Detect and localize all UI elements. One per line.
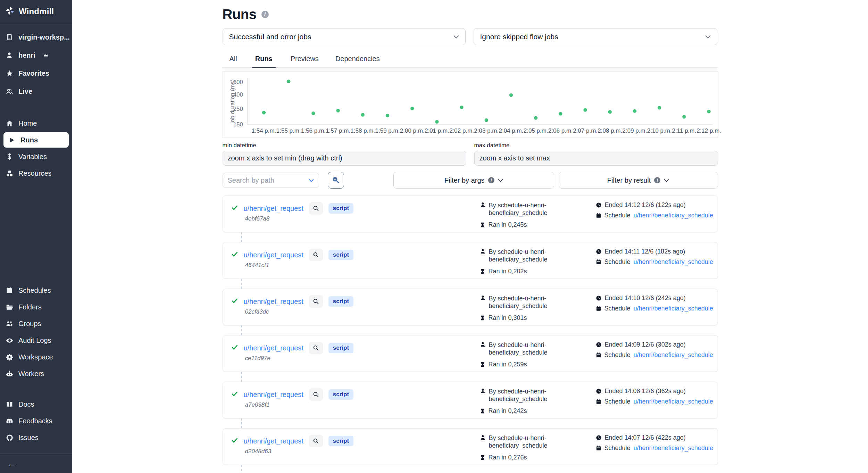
collapse-sidebar-button[interactable]: ← [7, 459, 17, 468]
sidebar-item-resources[interactable]: Resources [0, 165, 72, 182]
page-title: Runs [223, 7, 257, 22]
sidebar-item-workers[interactable]: Workers [0, 365, 72, 382]
sidebar-item-audit-logs[interactable]: Audit Logs [0, 332, 72, 349]
run-path-link[interactable]: u/henri/get_request [244, 344, 303, 352]
schedule-prefix: Schedule [604, 398, 631, 405]
sidebar-item-home[interactable]: Home [0, 115, 72, 132]
sidebar-item-label: Resources [18, 169, 52, 177]
search-filter-row: Search by path Filter by a [223, 172, 718, 189]
tab-previews[interactable]: Previews [289, 52, 321, 67]
calendar-icon [596, 399, 601, 405]
sidebar-item-variables[interactable]: Variables [0, 148, 72, 165]
inspect-run-button[interactable] [309, 295, 323, 308]
run-connector-line [241, 325, 242, 335]
schedule-link[interactable]: u/henri/beneficiary_schedule [634, 305, 713, 312]
svg-text:400: 400 [233, 91, 243, 98]
sidebar-item-runs[interactable]: Runs [3, 132, 69, 148]
sidebar-item-user[interactable]: henri [0, 46, 72, 64]
job-kind-badge: script [328, 343, 353, 353]
schedule-prefix: Schedule [604, 212, 631, 219]
sidebar-item-favorites[interactable]: Favorites [0, 64, 72, 82]
sidebar-item-issues[interactable]: Issues [0, 429, 72, 446]
star-icon [6, 69, 13, 77]
schedule-link[interactable]: u/henri/beneficiary_schedule [634, 445, 713, 452]
max-datetime-input[interactable] [474, 151, 718, 166]
sidebar-item-schedules[interactable]: Schedules [0, 282, 72, 299]
job-duration-chart[interactable]: job duration (ms) 1502504006001:54 p.m.1… [223, 71, 718, 138]
eye-icon [6, 337, 13, 344]
run-id: ce11d97e [245, 355, 270, 362]
user-icon [480, 434, 486, 449]
skipped-flows-select-value: Ignore skipped flow jobs [480, 33, 558, 41]
success-check-icon [231, 344, 238, 352]
run-triggered-by: By schedule-u-henri-beneficiary_schedule [489, 294, 560, 310]
run-card: u/henri/get_request script 46441cf1 By s… [223, 242, 718, 279]
run-connector-line [241, 465, 242, 473]
max-datetime-label: max datetime [474, 142, 718, 149]
user-icon [6, 51, 13, 59]
zoom-out-search-button[interactable] [328, 172, 344, 189]
tab-dependencies[interactable]: Dependencies [333, 52, 382, 67]
user-icon [480, 202, 486, 217]
search-by-path-select[interactable]: Search by path [223, 173, 319, 188]
job-status-select[interactable]: Successful and error jobs [223, 28, 466, 45]
svg-text:2:11 p.m.: 2:11 p.m. [672, 127, 696, 134]
filter-by-result-button[interactable]: Filter by result i [559, 172, 718, 189]
sidebar-item-workspace-settings[interactable]: Workspace [0, 349, 72, 365]
run-path-link[interactable]: u/henri/get_request [244, 251, 303, 259]
run-connector-line [241, 232, 242, 242]
svg-text:2:03 p.m.: 2:03 p.m. [474, 127, 499, 134]
run-card: u/henri/get_request script ce11d97e By s… [223, 335, 718, 372]
sidebar-divider [0, 24, 72, 24]
sidebar-item-live[interactable]: Live [0, 82, 72, 100]
filter-by-args-button[interactable]: Filter by args i [393, 172, 554, 189]
sidebar-item-groups[interactable]: Groups [0, 315, 72, 332]
svg-text:1:57 p.m.: 1:57 p.m. [326, 127, 350, 134]
inspect-run-button[interactable] [309, 202, 323, 215]
sidebar-item-docs[interactable]: Docs [0, 396, 72, 413]
info-icon[interactable]: i [261, 11, 269, 18]
clock-icon [596, 342, 602, 348]
inspect-run-button[interactable] [309, 342, 323, 354]
schedule-link[interactable]: u/henri/beneficiary_schedule [634, 398, 713, 405]
inspect-run-button[interactable] [309, 388, 323, 401]
job-status-select-value: Successful and error jobs [229, 33, 311, 41]
schedule-link[interactable]: u/henri/beneficiary_schedule [634, 351, 713, 359]
tab-runs[interactable]: Runs [252, 52, 276, 68]
chevron-down-icon [498, 179, 503, 182]
schedule-link[interactable]: u/henri/beneficiary_schedule [634, 212, 713, 219]
sidebar-item-label: Docs [18, 400, 34, 408]
skipped-flows-select[interactable]: Ignore skipped flow jobs [474, 28, 717, 45]
run-ended-at: Ended 14:12 12/6 (122s ago) [605, 201, 686, 209]
min-datetime-input[interactable] [223, 151, 466, 166]
inspect-run-button[interactable] [309, 435, 323, 447]
run-id: 46441cf1 [245, 262, 269, 269]
sidebar-item-folders[interactable]: Folders [0, 299, 72, 315]
sidebar-item-label: Runs [20, 136, 38, 144]
calendar-icon [596, 445, 601, 451]
user-icon [480, 388, 486, 403]
chevron-down-icon [309, 179, 314, 182]
run-path-link[interactable]: u/henri/get_request [244, 298, 303, 306]
clock-icon [596, 435, 602, 441]
sidebar-item-feedbacks[interactable]: Feedbacks [0, 413, 72, 429]
inspect-run-button[interactable] [309, 249, 323, 261]
clock-icon [596, 295, 602, 301]
calendar-icon [596, 352, 601, 358]
sidebar-item-workspace[interactable]: virgin-worksp... [0, 28, 72, 46]
tab-all[interactable]: All [227, 52, 239, 67]
svg-text:2:08 p.m.: 2:08 p.m. [598, 127, 622, 134]
run-path-link[interactable]: u/henri/get_request [244, 437, 303, 445]
crown-icon [43, 53, 48, 57]
app-logo[interactable]: Windmill [0, 0, 72, 24]
sidebar-item-label: Favorites [18, 69, 49, 77]
run-triggered-by: By schedule-u-henri-beneficiary_schedule [489, 201, 560, 217]
run-id: a7e038f1 [245, 401, 270, 408]
schedule-link[interactable]: u/henri/beneficiary_schedule [634, 258, 713, 266]
calendar-icon [596, 306, 601, 312]
run-path-link[interactable]: u/henri/get_request [244, 391, 303, 399]
job-kind-badge: script [328, 389, 353, 400]
chevron-down-icon [664, 179, 669, 182]
run-path-link[interactable]: u/henri/get_request [244, 205, 303, 213]
hourglass-icon [480, 315, 485, 321]
